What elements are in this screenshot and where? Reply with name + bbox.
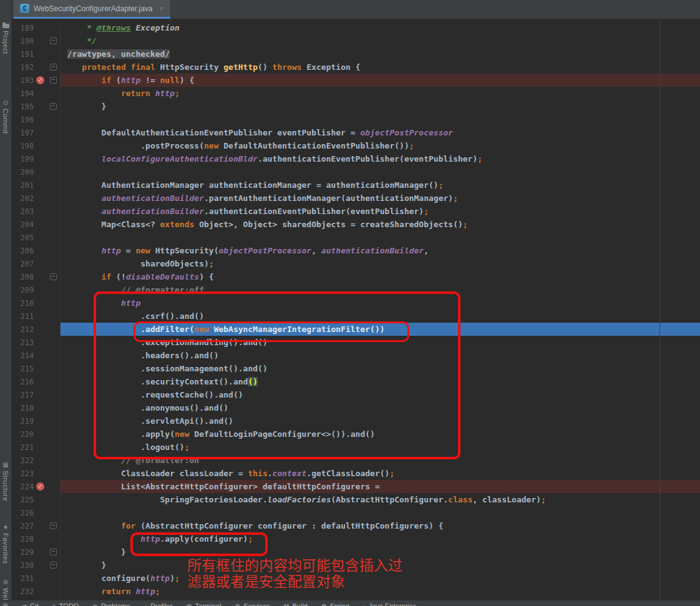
code-text[interactable]: if (!disableDefaults) {	[60, 270, 700, 283]
line-number[interactable]: 230	[11, 561, 34, 570]
gutter[interactable]: 199	[11, 152, 60, 165]
code-text[interactable]	[60, 165, 700, 178]
code-line-193[interactable]: 193✓− if (http != null) {	[11, 74, 700, 87]
line-number[interactable]: 210	[11, 299, 34, 308]
gutter[interactable]: 221	[11, 441, 60, 454]
code-line-195[interactable]: 195− }	[11, 100, 700, 113]
code-text[interactable]: .addFilter(new WebAsyncManagerIntegratio…	[60, 323, 700, 336]
code-text[interactable]: }	[60, 545, 700, 559]
code-text[interactable]: AuthenticationManager authenticationMana…	[60, 178, 700, 192]
line-number[interactable]: 215	[11, 364, 34, 373]
gutter[interactable]: 203	[11, 205, 60, 218]
gutter[interactable]: 211	[11, 310, 60, 323]
gutter[interactable]: 197	[11, 126, 60, 139]
gutter[interactable]: 226	[11, 506, 60, 519]
line-number[interactable]: 232	[11, 587, 34, 596]
code-line-198[interactable]: 198 .postProcess(new DefaultAuthenticati…	[11, 139, 700, 152]
line-number[interactable]: 216	[11, 378, 34, 386]
line-number[interactable]: 206	[11, 247, 34, 255]
gutter[interactable]: 195−	[11, 100, 60, 113]
code-line-224[interactable]: 224✓ List<AbstractHttpConfigurer> defaul…	[11, 480, 700, 493]
tab-websecurityconfigureradapter[interactable]: C WebSecurityConfigurerAdapter.java ×	[14, 0, 170, 17]
statusbar-item-terminal[interactable]: ▣Terminal	[186, 602, 221, 606]
gutter[interactable]: 220	[11, 428, 60, 441]
line-number[interactable]: 195	[11, 102, 34, 111]
gutter[interactable]: 190−	[11, 34, 60, 47]
line-number[interactable]: 220	[11, 430, 34, 439]
line-number[interactable]: 218	[11, 404, 34, 413]
gutter[interactable]: 222	[11, 454, 60, 467]
fold-marker[interactable]: −	[50, 77, 57, 84]
statusbar-item-problems[interactable]: ◉Problems	[92, 602, 130, 606]
gutter[interactable]: 228	[11, 532, 60, 545]
fold-marker[interactable]: −	[50, 273, 57, 280]
code-text[interactable]: .securityContext().and()	[60, 375, 700, 388]
line-number[interactable]: 207	[11, 260, 34, 268]
line-number[interactable]: 225	[11, 496, 34, 504]
line-number[interactable]: 223	[11, 469, 34, 478]
code-line-217[interactable]: 217 .requestCache().and()	[11, 388, 700, 401]
code-line-200[interactable]: 200	[11, 165, 700, 178]
line-number[interactable]: 190	[11, 37, 34, 46]
code-line-192[interactable]: 192− protected final HttpSecurity getHtt…	[11, 61, 700, 74]
gutter[interactable]: 189	[11, 21, 60, 34]
line-number[interactable]: 221	[11, 443, 34, 452]
statusbar-item-java-enterprise[interactable]: ▪Java Enterprise	[363, 602, 416, 606]
code-text[interactable]: for (AbstractHttpConfigurer configurer :…	[60, 519, 700, 532]
gutter[interactable]: 231	[11, 572, 60, 585]
fold-marker[interactable]: −	[50, 103, 57, 110]
bookmark-icon[interactable]: ✓	[36, 76, 44, 84]
code-text[interactable]: .sessionManagement().and()	[60, 362, 700, 375]
gutter[interactable]: 223	[11, 467, 60, 480]
code-text[interactable]: DefaultAuthenticationEventPublisher even…	[60, 126, 700, 139]
gutter[interactable]: 207	[11, 257, 60, 270]
line-number[interactable]: 204	[11, 220, 34, 229]
line-number[interactable]: 205	[11, 233, 34, 242]
code-line-225[interactable]: 225 SpringFactoriesLoader.loadFactories(…	[11, 493, 700, 506]
gutter[interactable]: 215	[11, 362, 60, 375]
line-number[interactable]: 194	[11, 89, 34, 98]
gutter[interactable]: 230−	[11, 559, 60, 572]
window-grid-icon[interactable]: ⊞	[2, 602, 7, 606]
line-number[interactable]: 226	[11, 509, 34, 517]
code-line-220[interactable]: 220 .apply(new DefaultLoginPageConfigure…	[11, 428, 700, 441]
gutter[interactable]: 217	[11, 388, 60, 401]
code-line-189[interactable]: 189 * @throws Exception	[11, 21, 700, 34]
code-line-191[interactable]: 191 /rawtypes, unchecked/	[11, 47, 700, 61]
statusbar-item-spring[interactable]: ✿Spring	[321, 602, 349, 606]
gutter[interactable]: 232	[11, 585, 60, 598]
line-number[interactable]: 229	[11, 548, 34, 557]
gutter[interactable]: 225	[11, 493, 60, 506]
code-text[interactable]	[60, 231, 700, 244]
gutter[interactable]: 202	[11, 192, 60, 205]
gutter[interactable]: 229−	[11, 545, 60, 559]
fold-marker[interactable]: −	[50, 64, 57, 71]
line-number[interactable]: 222	[11, 456, 34, 465]
gutter[interactable]: 213	[11, 336, 60, 349]
gutter[interactable]: 209	[11, 283, 60, 296]
code-text[interactable]: .logout();	[60, 441, 700, 454]
code-text[interactable]: http.apply(configurer);	[60, 532, 700, 545]
code-text[interactable]: .postProcess(new DefaultAuthenticationEv…	[60, 139, 700, 152]
code-line-226[interactable]: 226	[11, 506, 700, 519]
code-line-219[interactable]: 219 .servletApi().and()	[11, 414, 700, 428]
code-text[interactable]: return http;	[60, 87, 700, 100]
gutter[interactable]: 227−	[11, 519, 60, 532]
gutter[interactable]: 205	[11, 231, 60, 244]
code-line-210[interactable]: 210 http	[11, 296, 700, 310]
line-number[interactable]: 196	[11, 115, 34, 124]
gutter[interactable]: 219	[11, 414, 60, 428]
gutter[interactable]: 216	[11, 375, 60, 388]
line-number[interactable]: 214	[11, 351, 34, 360]
code-text[interactable]: http = new HttpSecurity(objectPostProces…	[60, 244, 700, 257]
statusbar-item-todo[interactable]: ≡TODO	[52, 602, 79, 606]
code-line-214[interactable]: 214 .headers().and()	[11, 349, 700, 362]
code-line-216[interactable]: 216 .securityContext().and()	[11, 375, 700, 388]
close-icon[interactable]: ×	[160, 4, 164, 13]
sidebar-item-structure[interactable]: ▦Structure	[0, 462, 11, 501]
line-number[interactable]: 191	[11, 50, 34, 59]
line-number[interactable]: 192	[11, 63, 34, 72]
code-text[interactable]: Map<Class<? extends Object>, Object> sha…	[60, 218, 700, 231]
code-text[interactable]: protected final HttpSecurity getHttp() t…	[60, 61, 700, 74]
code-text[interactable]: // @formatter:off	[60, 283, 700, 296]
